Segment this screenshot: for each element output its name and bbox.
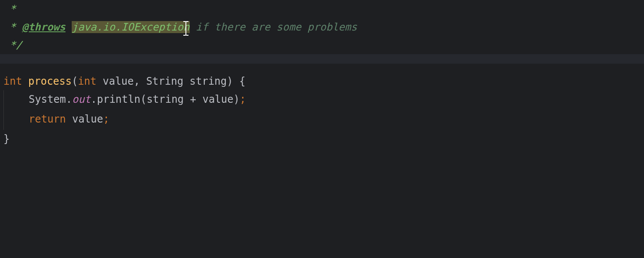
code-line[interactable]: System.out.println(string + value); [0,90,644,110]
return-value: value [72,113,103,125]
paren-open: ( [72,75,78,87]
code-line[interactable]: int process(int value, String string) { [0,64,644,90]
paren-close: ) [227,75,233,87]
javadoc-space [66,21,72,33]
param-value: value [97,75,134,87]
comma: , [134,75,146,87]
code-line[interactable]: * @throws java.io.IOException if there a… [0,18,644,36]
class-system: System [29,93,66,105]
indent [4,113,29,125]
type-string: String [146,75,183,87]
javadoc-description: if there are some problems [190,21,357,33]
javadoc-prefix: * [3,21,22,33]
code-line[interactable]: */ [0,36,644,54]
brace-open: { [233,75,246,87]
javadoc-exception-type[interactable]: java.io.IOException [72,21,190,33]
field-out: out [72,93,91,105]
brace-close: } [3,133,9,145]
code-line[interactable]: return value; [0,110,644,130]
param-string: string [183,75,227,87]
code-line[interactable]: } [0,130,644,148]
keyword-int: int [78,75,96,87]
keyword-return: return [29,113,66,125]
indent [4,93,29,105]
arg-value: value [202,93,233,105]
code-line[interactable]: * [0,0,644,18]
javadoc-star: * [3,3,16,15]
method-separator [0,54,644,64]
code-editor[interactable]: * * @throws java.io.IOException if there… [0,0,644,258]
semicolon: ; [103,113,109,125]
method-println: println [97,93,140,105]
semicolon: ; [240,93,246,105]
keyword-int: int [3,75,22,87]
javadoc-throws-tag: @throws [22,21,65,33]
method-name: process [28,75,72,87]
javadoc-close: */ [3,39,22,51]
arg-string: string [146,93,184,105]
